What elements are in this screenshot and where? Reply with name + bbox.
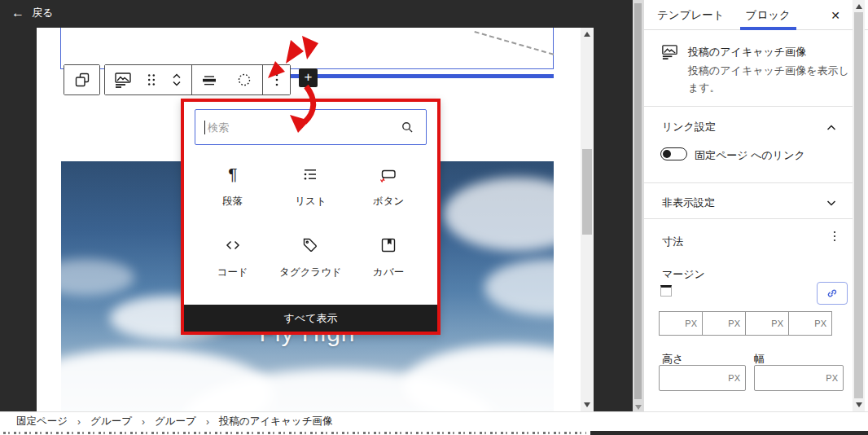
panel-visibility-header[interactable]: 非表示設定 xyxy=(644,183,853,218)
margin-label: マージン xyxy=(662,267,705,282)
bottom-dark-strip xyxy=(590,431,868,435)
height-field[interactable] xyxy=(660,372,728,384)
align-button[interactable] xyxy=(192,65,226,94)
block-item-cover[interactable]: カバー xyxy=(349,222,427,292)
tab-block[interactable]: ブロック xyxy=(746,0,791,30)
block-card-title: 投稿のアイキャッチ画像 xyxy=(688,45,806,59)
plus-icon: + xyxy=(305,69,313,85)
margin-inputs: PX PX PX PX xyxy=(659,311,832,336)
cutoff-text-artifact xyxy=(3,432,586,434)
scroll-down-arrow-icon[interactable] xyxy=(584,402,590,407)
block-inserter-popup: ¶ 段落 リスト xyxy=(181,99,441,335)
back-label: 戻る xyxy=(32,6,53,20)
canvas-scrollbar[interactable] xyxy=(581,28,594,411)
toggle-knob xyxy=(663,150,671,158)
select-parent-icon xyxy=(72,70,92,90)
block-search-input[interactable] xyxy=(206,121,398,134)
scroll-up-arrow-icon[interactable] xyxy=(856,4,862,9)
block-options-button[interactable] xyxy=(263,65,290,94)
cloud-shape xyxy=(403,345,554,411)
scroll-down-arrow-icon[interactable] xyxy=(635,405,642,410)
browse-all-button[interactable]: すべて表示 xyxy=(184,305,437,332)
width-field[interactable] xyxy=(755,372,826,384)
drag-handle-icon xyxy=(142,70,161,90)
add-block-button[interactable]: + xyxy=(299,68,318,87)
breadcrumb-item-page[interactable]: 固定ページ xyxy=(16,415,68,428)
block-search-box xyxy=(195,109,427,145)
cover-icon xyxy=(379,235,398,256)
breadcrumb-separator: › xyxy=(77,416,81,428)
featured-image-block-button[interactable] xyxy=(105,65,141,94)
breadcrumb-separator: › xyxy=(142,416,145,428)
margin-input-bottom[interactable]: PX xyxy=(745,311,789,336)
sidebar-tab-bar: テンプレート ブロック ✕ xyxy=(644,0,868,30)
breadcrumb-item-featured-image[interactable]: 投稿のアイキャッチ画像 xyxy=(219,415,333,428)
block-item-button[interactable]: ボタン xyxy=(349,151,427,222)
breadcrumb-item-group-2[interactable]: グループ xyxy=(155,415,196,428)
breadcrumb: 固定ページ › グループ › グループ › 投稿のアイキャッチ画像 xyxy=(0,411,868,431)
block-card-description: 投稿のアイキャッチ画像を表示します。 xyxy=(688,63,853,97)
scroll-down-arrow-icon[interactable] xyxy=(856,402,862,407)
divider xyxy=(644,218,853,219)
block-item-tag-cloud[interactable]: タグクラウド xyxy=(272,222,350,292)
block-type-grid: ¶ 段落 リスト xyxy=(194,151,427,292)
margin-right-field[interactable] xyxy=(703,318,728,329)
canvas-scrollbar-thumb[interactable] xyxy=(582,149,592,235)
margin-bottom-field[interactable] xyxy=(746,318,771,329)
arrow-left-icon: ← xyxy=(11,7,24,20)
code-icon xyxy=(223,235,243,256)
breadcrumb-item-group-1[interactable]: グループ xyxy=(90,415,132,428)
block-item-list[interactable]: リスト xyxy=(272,151,350,222)
margin-input-left[interactable]: PX xyxy=(788,311,832,336)
block-toolbar-parent-group xyxy=(64,64,100,95)
link-icon xyxy=(824,285,840,301)
sidebar-scrollbar[interactable] xyxy=(853,0,865,411)
page-link-toggle-label: 固定ページ へのリンク xyxy=(695,148,805,163)
align-icon xyxy=(199,70,219,90)
close-icon: ✕ xyxy=(831,9,840,22)
settings-sidebar: テンプレート ブロック ✕ 投稿のアイキャッチ画像 投稿のアイキャッチ画像を表示… xyxy=(643,0,868,411)
drag-handle[interactable] xyxy=(141,65,162,94)
bottom-edge xyxy=(0,431,868,435)
margin-input-right[interactable]: PX xyxy=(702,311,746,336)
page-link-toggle[interactable] xyxy=(660,147,687,160)
block-item-paragraph[interactable]: ¶ 段落 xyxy=(194,151,272,222)
dimensions-options-button[interactable] xyxy=(826,228,843,244)
page-scrollbar[interactable] xyxy=(633,0,643,411)
duotone-filter-button[interactable] xyxy=(226,65,262,94)
margin-left-field[interactable] xyxy=(789,318,814,329)
move-block-button[interactable] xyxy=(162,65,191,94)
block-toolbar xyxy=(104,64,291,95)
page-scrollbar-thumb[interactable] xyxy=(634,3,642,399)
margin-top-field[interactable] xyxy=(660,318,685,329)
select-parent-block-button[interactable] xyxy=(64,65,99,94)
width-input[interactable]: PX xyxy=(754,365,844,391)
unlink-sides-button[interactable] xyxy=(817,282,848,305)
tab-template[interactable]: テンプレート xyxy=(657,0,725,30)
scroll-up-arrow-icon[interactable] xyxy=(584,32,590,37)
wordpress-site-editor: { "colors": {"accent_blue": "#3a5bd9", "… xyxy=(0,0,868,435)
cloud-shape xyxy=(484,259,554,316)
margin-side-icon[interactable] xyxy=(660,285,672,297)
dimensions-title: 寸法 xyxy=(662,235,683,249)
options-ellipsis-icon xyxy=(267,70,287,90)
height-input[interactable]: PX xyxy=(659,365,746,391)
back-button[interactable]: ← 戻る xyxy=(11,6,53,20)
text-cursor xyxy=(204,121,205,134)
chevron-up-icon xyxy=(825,121,838,134)
panel-link-settings-header[interactable]: リンク設定 xyxy=(644,107,853,143)
cloud-shape xyxy=(61,259,134,296)
button-icon xyxy=(379,164,398,185)
tag-cloud-icon xyxy=(300,235,320,256)
featured-image-icon xyxy=(660,42,679,61)
duotone-filter-icon xyxy=(235,70,254,90)
margin-input-top[interactable]: PX xyxy=(659,311,703,336)
chevron-down-icon xyxy=(825,196,838,209)
cloud-shape xyxy=(444,178,554,251)
sidebar-scrollbar-thumb[interactable] xyxy=(854,12,863,398)
block-item-code[interactable]: コード xyxy=(194,222,272,292)
paragraph-icon: ¶ xyxy=(228,164,237,185)
list-icon xyxy=(300,164,320,185)
close-sidebar-button[interactable]: ✕ xyxy=(823,0,848,30)
search-icon xyxy=(398,118,416,136)
